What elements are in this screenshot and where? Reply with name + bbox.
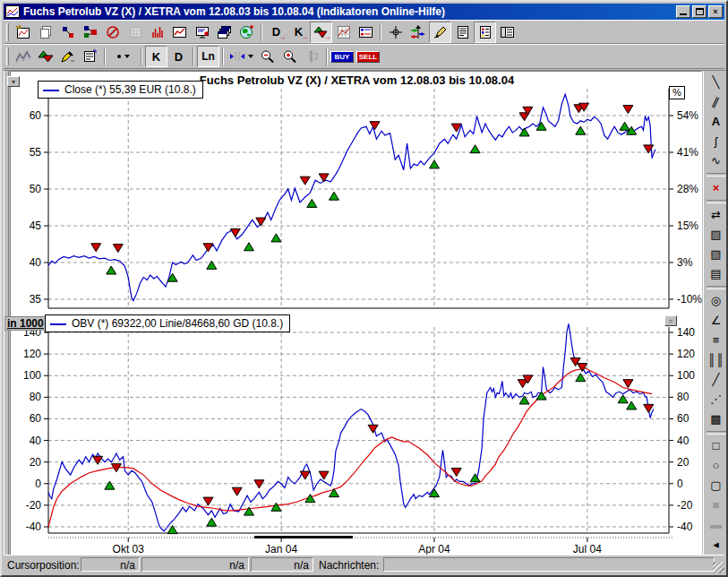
no-draw-button[interactable] bbox=[101, 22, 124, 43]
collapse-chart-button[interactable]: ▾ bbox=[7, 76, 20, 87]
trend-channel-tool[interactable]: ⇄ bbox=[706, 205, 727, 225]
svg-text:45: 45 bbox=[30, 220, 42, 232]
zoom-in-button[interactable] bbox=[278, 46, 301, 67]
compare-chart-button[interactable] bbox=[355, 22, 377, 43]
dot-icon bbox=[117, 55, 121, 58]
kurs-toggle[interactable]: K bbox=[145, 46, 167, 67]
copy-chart-button[interactable] bbox=[34, 22, 56, 43]
zoom-out-button[interactable] bbox=[256, 46, 278, 67]
parallel-lines-tool[interactable]: ∥ bbox=[706, 92, 727, 112]
toolbar-grip[interactable] bbox=[6, 47, 9, 65]
scroll-left-button[interactable]: ◂ bbox=[706, 535, 727, 555]
tool-separator bbox=[707, 431, 726, 435]
shift-scale-button[interactable] bbox=[407, 22, 429, 43]
cursor-position-label: Cursorposition: bbox=[7, 559, 80, 572]
retracement-rows-tool[interactable]: ≡ bbox=[706, 331, 727, 350]
hatch-pencil-tool-3[interactable]: ▤ bbox=[706, 264, 727, 284]
corner-fan-tool[interactable]: ⋰ bbox=[706, 390, 727, 409]
sell-button[interactable]: SELL bbox=[356, 51, 380, 63]
minimize-button[interactable] bbox=[676, 5, 690, 18]
main-area: 6054%5541%5028%4515%403%35-10%1401401201… bbox=[4, 70, 728, 558]
toolbar-separator bbox=[193, 47, 194, 65]
fan-lines-tool[interactable]: ∠ bbox=[706, 311, 727, 331]
unit-label: in 1000 bbox=[4, 316, 47, 331]
indicator-legend: OBV (*) 69322,00 Linie/84668,60 GD (10.8… bbox=[45, 314, 290, 332]
signal-triangles-button[interactable] bbox=[34, 46, 56, 67]
text-tool[interactable]: A bbox=[706, 112, 727, 132]
tool-separator bbox=[707, 173, 726, 177]
ellipse-tool[interactable]: ○ bbox=[706, 456, 727, 476]
toolbar-main: D→ K→ → bbox=[4, 20, 724, 44]
buy-button[interactable]: BUY bbox=[330, 51, 354, 63]
svg-text:-20: -20 bbox=[677, 499, 693, 512]
legend-line-sample bbox=[43, 90, 59, 91]
toolbar-separator bbox=[104, 47, 106, 65]
tool-separator bbox=[707, 200, 726, 203]
svg-text:35: 35 bbox=[30, 293, 42, 306]
svg-text:28%: 28% bbox=[677, 183, 698, 195]
line-tool[interactable]: ╲ bbox=[706, 73, 727, 92]
indicator-list-button[interactable] bbox=[474, 22, 496, 43]
new-chart-button[interactable] bbox=[12, 22, 34, 43]
svg-text:120: 120 bbox=[677, 348, 695, 360]
filled-rect-tool[interactable]: ■ bbox=[706, 495, 727, 515]
cursor-y-field: n/a bbox=[141, 557, 249, 572]
wave-tool[interactable]: ∿ bbox=[706, 151, 727, 171]
depot-toggle[interactable]: D bbox=[167, 46, 190, 67]
indicator-menu-button[interactable]: = bbox=[664, 315, 677, 326]
grid-button[interactable] bbox=[124, 22, 146, 43]
candle-data-button[interactable]: K→ bbox=[287, 22, 310, 43]
world-chart-button[interactable] bbox=[236, 22, 258, 43]
linked-blocks-button[interactable] bbox=[56, 22, 79, 43]
time-zones-tool[interactable]: ║║ bbox=[706, 350, 727, 370]
toolbar-draw: K D Ln BUY SELL bbox=[4, 44, 724, 69]
grid-chart-button[interactable] bbox=[332, 22, 355, 43]
svg-text:41%: 41% bbox=[677, 146, 698, 159]
diagonal-line-tool[interactable]: ╱ bbox=[706, 370, 727, 390]
rounded-rect-tool[interactable]: ▢ bbox=[706, 476, 727, 495]
cascade-windows-button[interactable] bbox=[213, 22, 236, 43]
close-button[interactable]: × bbox=[708, 5, 723, 18]
daily-data-button[interactable]: D→ bbox=[265, 22, 287, 43]
presentation-button[interactable] bbox=[191, 22, 213, 43]
layout-list-button[interactable] bbox=[496, 22, 518, 43]
svg-text:50: 50 bbox=[30, 183, 42, 195]
spiral-tool[interactable]: ◎ bbox=[706, 291, 727, 311]
messages-field bbox=[383, 557, 715, 572]
line-style-dropdown[interactable] bbox=[108, 46, 138, 67]
properties-button[interactable] bbox=[79, 46, 101, 67]
toolbar-separator bbox=[261, 23, 262, 41]
axis-shift-button[interactable] bbox=[301, 46, 323, 67]
flow-blocks-button[interactable] bbox=[79, 22, 101, 43]
hatch-pencil-tool-1[interactable]: ▨ bbox=[706, 225, 727, 245]
svg-text:0: 0 bbox=[35, 478, 41, 490]
draw-pencil-button[interactable] bbox=[429, 22, 451, 43]
log-scale-toggle[interactable]: Ln bbox=[197, 46, 219, 67]
resize-grip[interactable] bbox=[713, 562, 724, 573]
red-arrow-icon: → bbox=[301, 34, 308, 41]
crosshair-button[interactable] bbox=[384, 22, 407, 43]
volume-bars-button[interactable] bbox=[146, 22, 168, 43]
svg-text:3%: 3% bbox=[677, 256, 693, 269]
svg-text:120: 120 bbox=[23, 348, 41, 360]
svg-text:140: 140 bbox=[677, 326, 695, 339]
red-arrow-icon: → bbox=[323, 34, 330, 41]
zigzag-button[interactable] bbox=[12, 46, 34, 67]
freehand-tool[interactable]: ʃ bbox=[706, 132, 727, 151]
delete-drawing-tool[interactable]: × bbox=[706, 178, 727, 198]
drawing-toolbar: ╲∥Aʃ∿×⇄▨▧▤◎∠≡║║╱⋰▩□○▢■▬◂» bbox=[703, 71, 728, 558]
maximize-button[interactable] bbox=[692, 5, 707, 18]
line-chart-button[interactable] bbox=[168, 22, 191, 43]
filled-rounded-rect-tool[interactable]: ▬ bbox=[706, 515, 727, 535]
chevron-down-icon bbox=[124, 55, 130, 58]
marker-pen-button[interactable] bbox=[56, 46, 79, 67]
titlebar[interactable]: Fuchs Petrolub VZ (X) / XETRA vom 12.08.… bbox=[4, 4, 724, 20]
toolbar-grip[interactable] bbox=[6, 23, 9, 41]
text-note-button[interactable] bbox=[451, 22, 474, 43]
bar-spacing-dropdown[interactable] bbox=[227, 46, 256, 67]
hatch-pencil-tool-2[interactable]: ▧ bbox=[706, 245, 727, 264]
legend-line-sample bbox=[50, 323, 66, 325]
grid-hatch-tool[interactable]: ▩ bbox=[706, 409, 727, 429]
rectangle-tool[interactable]: □ bbox=[706, 436, 727, 456]
signal-arrows-button[interactable]: → bbox=[310, 22, 332, 43]
